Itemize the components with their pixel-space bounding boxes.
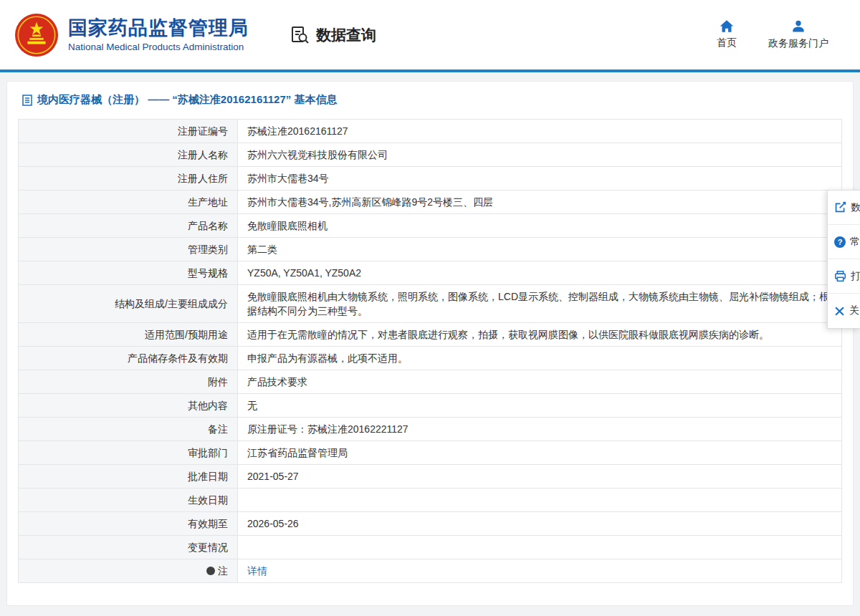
details-link[interactable]: 详情 [247, 565, 267, 577]
table-row: 有效期至 2026-05-26 [19, 512, 842, 536]
home-icon [720, 19, 734, 33]
note-icon [206, 567, 215, 575]
data-query-icon [290, 25, 310, 44]
field-value: 详情 [238, 559, 842, 583]
table-row: 注册人名称 苏州六六视觉科技股份有限公司 [19, 143, 842, 167]
field-label: 审批部门 [19, 441, 238, 465]
table-row: 注 详情 [19, 559, 842, 583]
table-row: 型号规格 YZ50A, YZ50A1, YZ50A2 [19, 261, 842, 285]
info-table: 注册证编号 苏械注准20162161127 注册人名称 苏州六六视觉科技股份有限… [18, 119, 842, 583]
field-value: 适用于在无需散瞳的情况下，对患者眼底进行观察，拍摄，获取视网膜图像，以供医院眼科… [238, 323, 842, 347]
printer-icon [834, 271, 846, 282]
field-value: 免散瞳眼底照相机由大物镜系统，照明系统，图像系统，LCD显示系统、控制器组成，大… [238, 285, 842, 323]
user-icon [791, 19, 806, 34]
field-label: 生产地址 [19, 191, 238, 214]
edit-icon [834, 201, 846, 213]
field-label: 产品储存条件及有效期 [19, 347, 238, 370]
table-row: 批准日期 2021-05-27 [19, 465, 842, 489]
field-label: 生效日期 [19, 489, 238, 512]
data-query-label: 数据查询 [316, 25, 376, 45]
field-value: 2021-05-27 [238, 465, 842, 489]
info-table-body: 注册证编号 苏械注准20162161127 注册人名称 苏州六六视觉科技股份有限… [19, 120, 842, 583]
field-label: 注 [19, 559, 238, 583]
table-row: 变更情况 [19, 536, 842, 559]
field-label-text: 注 [218, 565, 228, 577]
field-label: 批准日期 [19, 465, 238, 489]
field-label: 产品名称 [19, 214, 238, 238]
table-row: 结构及组成/主要组成成分 免散瞳眼底照相机由大物镜系统，照明系统，图像系统，LC… [19, 285, 842, 323]
field-value: 无 [238, 394, 842, 418]
field-label: 注册人住所 [19, 167, 238, 191]
table-row: 注册证编号 苏械注准20162161127 [19, 120, 842, 143]
panel-item-label: 关 [849, 304, 859, 317]
field-label: 备注 [19, 418, 238, 441]
field-value: 苏械注准20162161127 [238, 120, 842, 143]
tab-data-query[interactable]: 数据查询 [290, 25, 376, 45]
nav-home[interactable]: 首页 [717, 19, 737, 50]
field-label: 注册人名称 [19, 143, 238, 167]
field-label: 附件 [19, 370, 238, 394]
table-row: 管理类别 第二类 [19, 238, 842, 261]
table-row: 生效日期 [19, 489, 842, 512]
field-value: 产品技术要求 [238, 370, 842, 394]
table-row: 适用范围/预期用途 适用于在无需散瞳的情况下，对患者眼底进行观察，拍摄，获取视网… [19, 323, 842, 347]
table-row: 产品名称 免散瞳眼底照相机 [19, 214, 842, 238]
table-row: 审批部门 江苏省药品监督管理局 [19, 441, 842, 465]
table-row: 产品储存条件及有效期 申报产品为有源器械，此项不适用。 [19, 347, 842, 370]
table-row: 注册人住所 苏州市大儒巷34号 [19, 167, 842, 191]
org-name-cn: 国家药品监督管理局 [68, 17, 249, 39]
national-emblem-icon [14, 13, 59, 57]
table-row: 附件 产品技术要求 [19, 370, 842, 394]
floating-tool-panel: 数 常 打 关 [827, 190, 860, 329]
field-label: 结构及组成/主要组成成分 [19, 285, 238, 323]
field-value: 2026-05-26 [238, 512, 842, 536]
field-value: 免散瞳眼底照相机 [238, 214, 842, 238]
field-label: 注册证编号 [19, 120, 238, 143]
panel-item-faq[interactable]: 常 [828, 225, 860, 259]
main-content: 境内医疗器械（注册） —— “苏械注准20162161127” 基本信息 注册证… [0, 72, 860, 606]
field-label: 管理类别 [19, 238, 238, 261]
field-value [238, 536, 842, 559]
table-row: 备注 原注册证号：苏械注准20162221127 [19, 418, 842, 441]
field-value: YZ50A, YZ50A1, YZ50A2 [238, 261, 842, 285]
question-icon [834, 236, 846, 248]
org-name-en: National Medical Products Administration [68, 42, 249, 52]
page-title: 境内医疗器械（注册） —— “苏械注准20162161127” 基本信息 [18, 93, 842, 107]
close-icon [834, 306, 845, 317]
table-row: 生产地址 苏州市大儒巷34号,苏州高新区锦峰路9号2号楼三、四层 [19, 191, 842, 214]
nav-portal-label: 政务服务门户 [768, 37, 828, 50]
nav-home-label: 首页 [717, 37, 737, 49]
panel-item-close[interactable]: 关 [828, 294, 860, 328]
field-value: 苏州市大儒巷34号 [238, 167, 842, 191]
panel-item-label: 打 [851, 270, 860, 283]
document-icon [22, 95, 32, 106]
field-value: 原注册证号：苏械注准20162221127 [238, 418, 842, 441]
field-label: 其他内容 [19, 394, 238, 418]
field-value: 申报产品为有源器械，此项不适用。 [238, 347, 842, 370]
nav-portal[interactable]: 政务服务门户 [768, 19, 828, 50]
table-row: 其他内容 无 [19, 394, 842, 418]
header: 国家药品监督管理局 National Medical Products Admi… [0, 0, 860, 69]
detail-card: 境内医疗器械（注册） —— “苏械注准20162161127” 基本信息 注册证… [6, 81, 854, 606]
field-value: 苏州市大儒巷34号,苏州高新区锦峰路9号2号楼三、四层 [238, 191, 842, 214]
header-nav: 首页 政务服务门户 [717, 19, 828, 50]
field-label: 有效期至 [19, 512, 238, 536]
panel-item-label: 数 [851, 201, 860, 214]
field-label: 型号规格 [19, 261, 238, 285]
field-value [238, 489, 842, 512]
field-label: 变更情况 [19, 536, 238, 559]
field-value: 江苏省药品监督管理局 [238, 441, 842, 465]
site-logo: 国家药品监督管理局 National Medical Products Admi… [14, 13, 249, 57]
panel-item-data-query[interactable]: 数 [828, 191, 860, 225]
brand-text: 国家药品监督管理局 National Medical Products Admi… [68, 17, 249, 52]
field-label: 适用范围/预期用途 [19, 323, 238, 347]
field-value: 苏州六六视觉科技股份有限公司 [238, 143, 842, 167]
field-value: 第二类 [238, 238, 842, 261]
panel-item-label: 常 [850, 236, 860, 249]
panel-item-print[interactable]: 打 [828, 259, 860, 294]
page-title-text: 境内医疗器械（注册） —— “苏械注准20162161127” 基本信息 [37, 93, 337, 107]
